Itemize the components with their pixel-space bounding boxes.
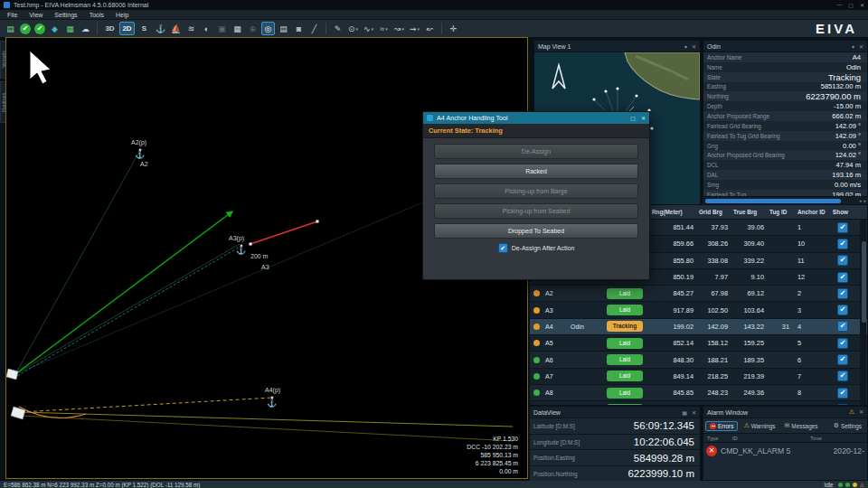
- property-row[interactable]: Gng0.00 °: [703, 141, 867, 151]
- matrix-icon[interactable]: ▦: [63, 22, 77, 35]
- property-row[interactable]: Easting585132.00 m: [703, 82, 867, 92]
- chevron-down-icon[interactable]: ▾: [684, 43, 687, 50]
- cube-icon[interactable]: ▣: [215, 22, 229, 35]
- property-row[interactable]: Anchor Proposed Range666.02 m: [703, 111, 867, 121]
- table-scrollbar-thumb[interactable]: [862, 241, 866, 323]
- header-show[interactable]: Show: [830, 209, 855, 215]
- show-checkbox[interactable]: ✔: [837, 272, 848, 283]
- check-ok-icon[interactable]: ✔: [20, 23, 31, 34]
- tab-warnings[interactable]: ⚠Warnings: [740, 421, 778, 430]
- racked-button[interactable]: Racked: [434, 164, 638, 179]
- property-row[interactable]: DCL47.94 m: [703, 160, 867, 170]
- tug-properties-panel[interactable]: Odin ▾ ✕ Anchor NameA4 NameOdin StateTra…: [703, 40, 868, 197]
- pickup-barge-button[interactable]: Picking-up from Barge: [434, 183, 638, 199]
- alarm-window-panel[interactable]: Alarm Window ⚠ ✕ Errors ⚠Warnings ✉Messa…: [703, 406, 868, 481]
- tab-errors[interactable]: Errors: [705, 421, 738, 431]
- header-rng[interactable]: Rng(Meter): [649, 209, 696, 215]
- route-icon[interactable]: ↝▾: [392, 22, 406, 35]
- view-3d-button[interactable]: 3D: [102, 22, 118, 35]
- property-row[interactable]: Fairlead Grid Bearing142.09 °: [703, 121, 867, 131]
- maximize-icon[interactable]: ▢: [630, 115, 636, 121]
- property-row[interactable]: Depth-15.00 m: [703, 101, 867, 111]
- show-checkbox[interactable]: ✔: [837, 239, 848, 249]
- camera-icon[interactable]: ◙: [292, 22, 306, 35]
- anchor-handling-dialog[interactable]: A4 Anchor Handling Tool ▢ ✕ Current Stat…: [422, 111, 650, 280]
- table-row-selected[interactable]: A4OdinTracking199.02142.09143.22314✔: [530, 319, 867, 335]
- table-row[interactable]: A2Laid845.2767.9869.122✔: [530, 286, 867, 302]
- pencil-icon[interactable]: ✎: [331, 22, 344, 35]
- grid-icon[interactable]: ▦: [231, 22, 244, 35]
- scrollbar-thumb[interactable]: [705, 199, 841, 203]
- show-checkbox[interactable]: ✔: [837, 321, 848, 332]
- minimize-icon[interactable]: —: [836, 2, 842, 8]
- close-icon[interactable]: ✕: [860, 2, 864, 8]
- target-icon[interactable]: ⊕: [246, 22, 259, 35]
- route-alt-icon[interactable]: ⇝▾: [408, 22, 421, 35]
- tab-settings[interactable]: ⚙Settings: [830, 421, 865, 430]
- dataview-panel[interactable]: DataView ▦ ✕ Latitude [D:M:S]56:09:12.34…: [529, 406, 701, 481]
- header-true-brg[interactable]: True Brg: [731, 209, 767, 215]
- tab-messages[interactable]: ✉Messages: [780, 421, 821, 430]
- dialog-title-bar[interactable]: A4 Anchor Handling Tool ▢ ✕: [423, 112, 649, 124]
- table-row[interactable]: A3Laid917.89102.50103.643✔: [530, 302, 867, 318]
- dropped-seabed-button[interactable]: Dropped To Seabed: [434, 223, 638, 239]
- table-row[interactable]: A8Laid845.85248.23249.368✔: [530, 385, 867, 401]
- show-checkbox[interactable]: ✔: [837, 255, 848, 266]
- sailboat-icon[interactable]: ⛵: [169, 22, 183, 35]
- header-tug-id[interactable]: Tug ID: [767, 209, 792, 215]
- pin-icon[interactable]: ⊙▾: [346, 22, 360, 35]
- show-checkbox[interactable]: ✔: [837, 288, 848, 299]
- waves-icon[interactable]: ≋: [184, 22, 198, 35]
- header-grid-brg[interactable]: Grid Brg: [696, 209, 731, 215]
- property-row[interactable]: Fairlead To Tug199.02 m: [703, 190, 867, 197]
- close-icon[interactable]: ✕: [692, 43, 696, 50]
- save-icon[interactable]: ▤: [4, 22, 17, 35]
- grid-icon[interactable]: ▦: [682, 409, 687, 416]
- property-row[interactable]: NameOdin: [703, 62, 867, 72]
- cloud-icon[interactable]: ☁: [79, 22, 92, 35]
- menu-file[interactable]: File: [7, 12, 17, 18]
- pickup-seabed-button[interactable]: Picking-up from Seabed: [434, 203, 638, 219]
- menu-view[interactable]: View: [29, 12, 42, 18]
- property-row[interactable]: Smg0.00 m/s: [703, 180, 867, 190]
- check-ok2-icon[interactable]: ✔: [34, 23, 45, 34]
- show-checkbox[interactable]: ✔: [837, 388, 848, 399]
- show-checkbox[interactable]: ✔: [837, 371, 848, 381]
- show-checkbox[interactable]: ✔: [837, 338, 848, 349]
- scroll-right-icon[interactable]: ▸: [863, 198, 866, 203]
- show-checkbox[interactable]: ✔: [837, 354, 848, 365]
- property-row[interactable]: Northing6223790.00 m: [703, 91, 867, 101]
- show-checkbox[interactable]: ✔: [837, 305, 848, 315]
- property-row[interactable]: Fairlead To Tug Grid Bearing142.09 °: [703, 131, 867, 141]
- vessel-icon[interactable]: ◆: [48, 22, 61, 35]
- close-icon[interactable]: ✕: [859, 408, 863, 416]
- map-icon[interactable]: ▤: [277, 22, 290, 35]
- close-icon[interactable]: ✕: [692, 409, 696, 416]
- header-anchor-id[interactable]: Anchor ID ↑: [792, 209, 830, 215]
- de-assign-checkbox[interactable]: ✔: [498, 243, 508, 253]
- expand-icon[interactable]: ✛: [447, 22, 460, 35]
- horizontal-scrollbar[interactable]: ◂ ▸: [703, 197, 868, 204]
- menu-tools[interactable]: Tools: [90, 12, 104, 18]
- anchor-tool-icon[interactable]: ⚓: [154, 22, 167, 35]
- property-row[interactable]: Anchor NameA4: [703, 52, 867, 62]
- alarm-row[interactable]: ✕ CMD_KK_ALARM 5 2020-12-: [703, 443, 867, 459]
- show-checkbox[interactable]: ✔: [837, 222, 848, 233]
- maximize-icon[interactable]: ▢: [848, 2, 854, 8]
- property-row[interactable]: DAL193.16 m: [703, 170, 867, 180]
- close-icon[interactable]: ✕: [641, 115, 646, 121]
- sphere-icon[interactable]: ◐: [200, 22, 213, 35]
- globe-icon[interactable]: ◎: [261, 22, 275, 35]
- property-row[interactable]: Anchor Proposed Grid Bearing124.02 °: [703, 150, 867, 160]
- de-assign-button[interactable]: De-Assign: [434, 144, 638, 159]
- polyline-icon[interactable]: ∿▾: [362, 22, 375, 35]
- view-s-button[interactable]: S: [137, 22, 152, 35]
- close-icon[interactable]: ✕: [859, 43, 863, 50]
- property-row[interactable]: StateTracking: [703, 72, 867, 82]
- menu-help[interactable]: Help: [116, 12, 128, 18]
- scroll-left-icon[interactable]: ◂: [859, 198, 862, 203]
- chevron-down-icon[interactable]: ▾: [852, 43, 854, 50]
- ruler-icon[interactable]: ╱: [307, 22, 321, 35]
- view-2d-button[interactable]: 2D: [119, 22, 135, 35]
- menu-settings[interactable]: Settings: [54, 12, 77, 18]
